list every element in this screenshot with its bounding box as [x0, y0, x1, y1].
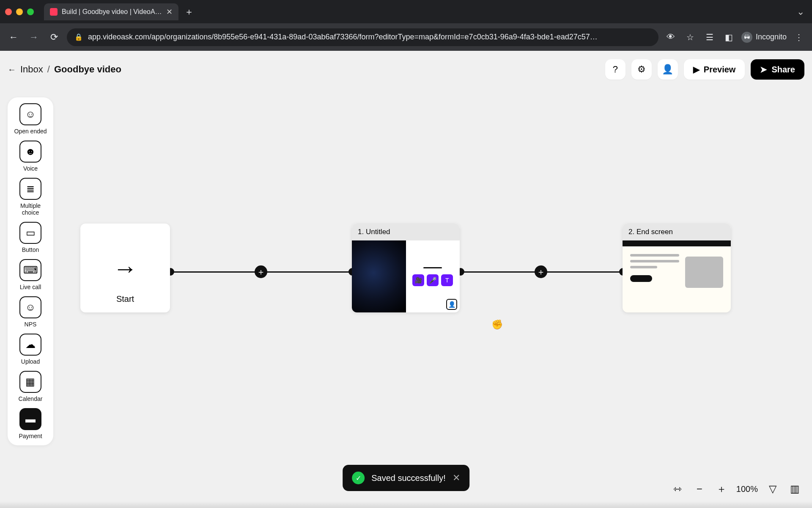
- browser-chrome: Build | Goodbye video | VideoA… ✕ ＋ ⌄ ← …: [0, 0, 812, 51]
- check-icon: ✓: [352, 472, 365, 484]
- placeholder-line: [630, 266, 657, 268]
- fit-to-screen-button[interactable]: ⇿: [670, 482, 685, 496]
- zoom-out-button[interactable]: −: [692, 482, 707, 496]
- zoom-level: 100%: [736, 484, 758, 494]
- new-tab-button[interactable]: ＋: [183, 6, 195, 18]
- forward-button[interactable]: →: [26, 30, 41, 45]
- zoom-in-button[interactable]: ＋: [714, 482, 729, 496]
- url-text: app.videoask.com/app/organizations/8b955…: [88, 33, 651, 41]
- maximize-window-icon[interactable]: [27, 8, 34, 15]
- incognito-icon: 🕶: [741, 32, 752, 43]
- close-window-icon[interactable]: [5, 8, 12, 15]
- browser-tab[interactable]: Build | Goodbye video | VideoA… ✕: [44, 3, 178, 20]
- end-screen-bar: [623, 240, 731, 246]
- favicon-icon: [50, 8, 58, 16]
- toast-saved: ✓ Saved successfully! ✕: [343, 465, 469, 491]
- close-tab-icon[interactable]: ✕: [166, 7, 173, 17]
- kebab-menu-icon[interactable]: ⋮: [792, 30, 806, 44]
- flow-canvas[interactable]: ＋ ＋ → Start 1. Untitled 🎥 🎤 T 👤: [0, 51, 812, 508]
- filter-button[interactable]: ▽: [765, 482, 780, 496]
- cursor-grab-icon: ✊: [491, 319, 503, 330]
- placeholder-line: [630, 260, 679, 262]
- end-screen-preview: [623, 246, 731, 294]
- lock-icon: 🔒: [74, 33, 83, 41]
- extensions-icon[interactable]: ◧: [722, 30, 736, 44]
- back-button[interactable]: ←: [6, 30, 21, 45]
- divider-line: [423, 267, 442, 268]
- add-step-between-start-and-1[interactable]: ＋: [255, 265, 267, 278]
- answer-type-video-icon: 🎥: [412, 274, 424, 286]
- answer-type-audio-icon: 🎤: [427, 274, 439, 286]
- view-controls: ⇿ − ＋ 100% ▽ ▥: [670, 482, 802, 496]
- node-step-1-title: 1. Untitled: [352, 224, 460, 240]
- address-bar[interactable]: 🔒 app.videoask.com/app/organizations/8b9…: [67, 28, 658, 46]
- chevron-down-icon[interactable]: ⌄: [797, 6, 804, 17]
- start-label: Start: [116, 294, 134, 304]
- reload-button[interactable]: ⟳: [47, 30, 62, 45]
- toast-close-button[interactable]: ✕: [453, 472, 460, 483]
- layout-button[interactable]: ▥: [787, 482, 802, 496]
- node-end-title: 2. End screen: [623, 224, 731, 240]
- answer-type-text-icon: T: [441, 274, 453, 286]
- node-start[interactable]: → Start: [80, 224, 170, 312]
- eye-off-icon[interactable]: 👁: [664, 30, 678, 44]
- placeholder-line: [630, 254, 679, 257]
- app-root: ← Inbox / Goodbye video ? ⚙ 👤 ▶ Preview …: [0, 51, 812, 508]
- minimize-window-icon[interactable]: [16, 8, 23, 15]
- node-end-screen[interactable]: 2. End screen: [623, 224, 731, 312]
- end-screen-cta-placeholder: [630, 275, 652, 282]
- node-step-1[interactable]: 1. Untitled 🎥 🎤 T 👤: [352, 224, 460, 312]
- tab-strip: Build | Goodbye video | VideoA… ✕ ＋ ⌄: [0, 0, 812, 23]
- reading-list-icon[interactable]: ☰: [702, 30, 717, 44]
- contact-form-badge-icon[interactable]: 👤: [446, 299, 457, 310]
- toast-message: Saved successfully!: [371, 473, 446, 483]
- tab-title: Build | Goodbye video | VideoA…: [62, 8, 162, 16]
- bottom-shadow: [0, 501, 812, 508]
- start-arrow-icon: →: [113, 254, 137, 282]
- incognito-label: Incognito: [756, 33, 787, 41]
- node-step-1-body: 🎥 🎤 T: [352, 240, 460, 312]
- star-icon[interactable]: ☆: [683, 30, 697, 44]
- end-screen-image-placeholder: [685, 257, 723, 288]
- add-step-between-1-and-end[interactable]: ＋: [535, 265, 547, 278]
- step-1-video-thumbnail: [352, 240, 406, 312]
- window-controls: [5, 8, 34, 15]
- toolbar-row: ← → ⟳ 🔒 app.videoask.com/app/organizatio…: [0, 23, 812, 51]
- incognito-badge[interactable]: 🕶 Incognito: [741, 32, 787, 43]
